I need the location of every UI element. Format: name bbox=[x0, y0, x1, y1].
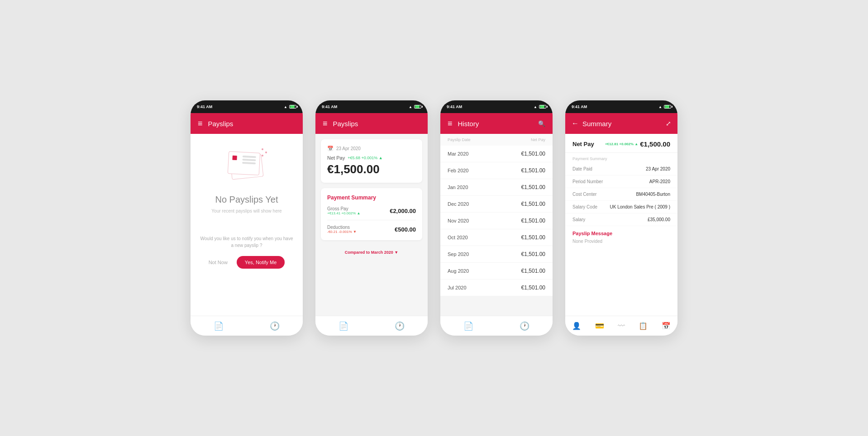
hamburger-icon-1[interactable] bbox=[198, 119, 203, 128]
header-title-2: Payslips bbox=[333, 120, 420, 128]
back-button[interactable] bbox=[572, 119, 579, 128]
status-time-2: 9:41 AM bbox=[322, 104, 337, 109]
notify-me-button[interactable]: Yes, Notify Me bbox=[237, 256, 285, 269]
dots-decoration bbox=[262, 148, 267, 156]
summary-net-pay-section: Net Pay +€12.81 +0.002% ▲ €1,500.00 bbox=[565, 134, 677, 153]
document-icon[interactable]: 📋 bbox=[639, 322, 648, 330]
header-3: History 🔍 bbox=[440, 113, 553, 134]
history-footer-icon-2[interactable]: 🕐 bbox=[391, 318, 408, 335]
calendar-icon: 📅 bbox=[327, 146, 334, 152]
history-row-5[interactable]: Oct 2020 €1,501.00 bbox=[440, 229, 553, 246]
gross-pay-row: Gross Pay +€13.41 +0.002% ▲ €2,000.00 bbox=[327, 206, 416, 220]
deductions-label: Deductions bbox=[327, 225, 357, 230]
history-col-date: Payslip Date bbox=[448, 137, 471, 142]
status-time-4: 9:41 AM bbox=[572, 104, 587, 109]
summary-net-right: +€12.81 +0.002% ▲ €1,500.00 bbox=[605, 140, 670, 148]
payslip-main-card: 📅 23 Apr 2020 Net Pay +€5.68 +0.001% ▲ €… bbox=[321, 139, 422, 183]
gross-pay-amount: €2,000.00 bbox=[390, 208, 416, 214]
payslip-card-front bbox=[228, 151, 261, 175]
screen1-body: No Payslips Yet Your recent payslips wil… bbox=[191, 134, 303, 316]
summary-detail-salary-code: Salary Code UK London Sales Pre ( 2009 ) bbox=[565, 201, 677, 213]
summary-arrow-up: ▲ bbox=[634, 142, 638, 146]
payment-summary-label: Payment Summary bbox=[565, 153, 677, 163]
header-title-1: Payslips bbox=[208, 120, 296, 128]
status-bar-3: 9:41 AM ▲ bbox=[440, 100, 553, 113]
status-bar-2: 9:41 AM ▲ bbox=[315, 100, 428, 113]
hamburger-icon-2[interactable] bbox=[323, 119, 328, 128]
history-row-8[interactable]: Jul 2020 €1,501.00 bbox=[440, 280, 553, 296]
screen-history: 9:41 AM ▲ History 🔍 Payslip Date Net Pay… bbox=[440, 100, 553, 336]
battery-icon-4 bbox=[664, 105, 671, 109]
net-pay-amount: €1,500.00 bbox=[327, 162, 416, 176]
person-icon[interactable]: 👤 bbox=[572, 322, 581, 330]
payslip-footer-icon-3[interactable]: 📄 bbox=[460, 318, 477, 335]
history-row-7[interactable]: Aug 2020 €1,501.00 bbox=[440, 263, 553, 280]
summary-body: Net Pay +€12.81 +0.002% ▲ €1,500.00 Paym… bbox=[565, 134, 677, 316]
status-bar-1: 9:41 AM ▲ bbox=[191, 100, 303, 113]
empty-title: No Payslips Yet bbox=[215, 194, 278, 205]
dropdown-arrow-icon[interactable]: ▼ bbox=[394, 250, 398, 255]
battery-icon-3 bbox=[539, 105, 546, 109]
history-row-3[interactable]: Dec 2020 €1,501.00 bbox=[440, 196, 553, 213]
hamburger-icon-3[interactable] bbox=[448, 119, 453, 128]
summary-footer: 👤 💳 〰 📋 📅 bbox=[565, 316, 677, 336]
deductions-change: -€0.21 -0.001% ▼ bbox=[327, 230, 357, 234]
history-row-4[interactable]: Nov 2020 €1,501.00 bbox=[440, 213, 553, 229]
wallet-icon[interactable]: 💳 bbox=[595, 322, 604, 330]
footer-3: 📄 🕐 bbox=[440, 316, 553, 336]
compared-text: Compared to March 2020 ▼ bbox=[315, 246, 428, 256]
notify-buttons: Not Now Yes, Notify Me bbox=[209, 256, 285, 269]
battery-icon-2 bbox=[414, 105, 421, 109]
summary-detail-cost-center: Cost Center BM40405-Burton bbox=[565, 188, 677, 201]
history-footer-icon-3[interactable]: 🕐 bbox=[516, 318, 533, 335]
history-row-2[interactable]: Jan 2020 €1,501.00 bbox=[440, 179, 553, 196]
status-icons-3: ▲ bbox=[534, 105, 546, 109]
footer-1: 📄 🕐 bbox=[191, 316, 303, 336]
deductions-row: Deductions -€0.21 -0.001% ▼ €500.00 bbox=[327, 225, 416, 234]
history-header-row: Payslip Date Net Pay bbox=[440, 134, 553, 146]
gross-pay-label: Gross Pay bbox=[327, 206, 360, 211]
arrow-up-icon: ▲ bbox=[379, 156, 383, 160]
screen3-body: Payslip Date Net Pay Mar 2020 €1,501.00 … bbox=[440, 134, 553, 316]
history-footer-icon-1[interactable]: 🕐 bbox=[266, 318, 283, 335]
screen-summary: 9:41 AM ▲ Summary Net Pay +€12.81 +0.002… bbox=[565, 100, 677, 336]
history-row-1[interactable]: Feb 2020 €1,501.00 bbox=[440, 162, 553, 179]
payment-summary-title: Payment Summary bbox=[327, 194, 416, 201]
search-icon-3[interactable]: 🔍 bbox=[538, 120, 545, 127]
battery-icon-1 bbox=[289, 105, 296, 109]
status-icons-1: ▲ bbox=[284, 105, 296, 109]
wifi-icon-2: ▲ bbox=[409, 105, 412, 109]
status-bar-4: 9:41 AM ▲ bbox=[565, 100, 677, 113]
not-now-button[interactable]: Not Now bbox=[209, 260, 228, 265]
payment-summary-section: Payment Summary Gross Pay +€13.41 +0.002… bbox=[321, 188, 422, 240]
empty-subtitle: Your recent payslips will show here bbox=[211, 209, 281, 213]
payslip-message-value: None Provided bbox=[565, 239, 677, 248]
compared-month[interactable]: March 2020 bbox=[371, 250, 393, 255]
empty-state: No Payslips Yet Your recent payslips wil… bbox=[191, 134, 303, 316]
deductions-amount: €500.00 bbox=[395, 226, 416, 233]
trend-icon[interactable]: 〰 bbox=[618, 322, 625, 330]
notify-text: Would you like us to notify you when you… bbox=[200, 235, 294, 249]
calendar-footer-icon[interactable]: 📅 bbox=[662, 322, 671, 330]
payslip-footer-icon-1[interactable]: 📄 bbox=[210, 318, 227, 335]
wifi-icon-3: ▲ bbox=[534, 105, 537, 109]
wifi-icon-1: ▲ bbox=[284, 105, 287, 109]
status-time-3: 9:41 AM bbox=[447, 104, 462, 109]
expand-icon[interactable] bbox=[666, 120, 671, 127]
summary-detail-salary: Salary £35,000.00 bbox=[565, 213, 677, 226]
screen2-body: 📅 23 Apr 2020 Net Pay +€5.68 +0.001% ▲ €… bbox=[315, 134, 428, 316]
screens-container: 9:41 AM ▲ Payslips bbox=[172, 82, 696, 354]
header-2: Payslips bbox=[315, 113, 428, 134]
history-row-6[interactable]: Sep 2020 €1,501.00 bbox=[440, 246, 553, 263]
summary-header: Summary bbox=[565, 113, 677, 134]
history-col-amount: Net Pay bbox=[531, 137, 545, 142]
payslip-footer-icon-2[interactable]: 📄 bbox=[335, 318, 352, 335]
payslip-illustration bbox=[226, 152, 267, 184]
status-icons-4: ▲ bbox=[658, 105, 671, 109]
payslip-message-title: Payslip Message bbox=[565, 226, 677, 239]
summary-title: Summary bbox=[582, 120, 662, 128]
status-icons-2: ▲ bbox=[409, 105, 421, 109]
history-row-0[interactable]: Mar 2020 €1,501.00 bbox=[440, 146, 553, 162]
header-1: Payslips bbox=[191, 113, 303, 134]
wifi-icon-4: ▲ bbox=[658, 105, 662, 109]
